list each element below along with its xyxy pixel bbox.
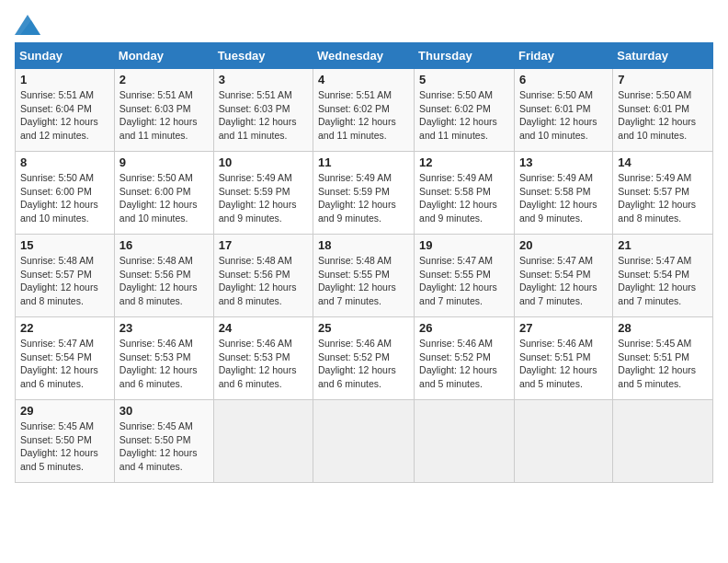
day-number: 21: [618, 238, 708, 252]
calendar-cell: 1Sunrise: 5:51 AMSunset: 6:04 PMDaylight…: [16, 69, 115, 152]
day-info: Sunrise: 5:46 AMSunset: 5:52 PMDaylight:…: [419, 338, 497, 389]
day-info: Sunrise: 5:48 AMSunset: 5:56 PMDaylight:…: [219, 255, 297, 306]
calendar-cell: 29Sunrise: 5:45 AMSunset: 5:50 PMDayligh…: [16, 400, 115, 483]
column-header-sunday: Sunday: [16, 43, 115, 69]
calendar-cell: [213, 400, 313, 483]
day-number: 1: [20, 73, 109, 86]
day-info: Sunrise: 5:51 AMSunset: 6:02 PMDaylight:…: [318, 89, 396, 141]
day-info: Sunrise: 5:50 AMSunset: 6:02 PMDaylight:…: [419, 89, 497, 141]
column-header-saturday: Saturday: [613, 43, 713, 69]
day-number: 6: [519, 73, 608, 86]
day-info: Sunrise: 5:47 AMSunset: 5:55 PMDaylight:…: [419, 255, 497, 306]
day-number: 29: [20, 404, 109, 418]
day-number: 5: [419, 73, 509, 86]
day-info: Sunrise: 5:51 AMSunset: 6:03 PMDaylight:…: [119, 89, 198, 141]
calendar-cell: 4Sunrise: 5:51 AMSunset: 6:02 PMDaylight…: [313, 69, 415, 152]
calendar-cell: 30Sunrise: 5:45 AMSunset: 5:50 PMDayligh…: [114, 400, 213, 483]
day-number: 13: [519, 155, 608, 169]
day-info: Sunrise: 5:46 AMSunset: 5:51 PMDaylight:…: [519, 338, 597, 389]
day-number: 26: [419, 321, 509, 335]
day-info: Sunrise: 5:49 AMSunset: 5:58 PMDaylight:…: [519, 172, 597, 224]
calendar-table: SundayMondayTuesdayWednesdayThursdayFrid…: [15, 42, 713, 483]
day-info: Sunrise: 5:47 AMSunset: 5:54 PMDaylight:…: [20, 338, 98, 389]
calendar-cell: 2Sunrise: 5:51 AMSunset: 6:03 PMDaylight…: [114, 69, 213, 152]
day-number: 23: [119, 321, 209, 335]
day-number: 22: [20, 321, 109, 335]
calendar-cell: 28Sunrise: 5:45 AMSunset: 5:51 PMDayligh…: [613, 317, 713, 400]
calendar-cell: [415, 400, 515, 483]
day-number: 14: [618, 155, 708, 169]
day-number: 27: [519, 321, 608, 335]
column-header-wednesday: Wednesday: [313, 43, 415, 69]
day-info: Sunrise: 5:51 AMSunset: 6:04 PMDaylight:…: [20, 89, 98, 141]
calendar-cell: 14Sunrise: 5:49 AMSunset: 5:57 PMDayligh…: [613, 152, 713, 235]
day-info: Sunrise: 5:47 AMSunset: 5:54 PMDaylight:…: [519, 255, 597, 306]
calendar-cell: [313, 400, 415, 483]
calendar-cell: 9Sunrise: 5:50 AMSunset: 6:00 PMDaylight…: [114, 152, 213, 235]
day-info: Sunrise: 5:46 AMSunset: 5:52 PMDaylight:…: [318, 338, 396, 389]
column-header-monday: Monday: [114, 43, 213, 69]
calendar-cell: 13Sunrise: 5:49 AMSunset: 5:58 PMDayligh…: [514, 152, 612, 235]
day-number: 10: [219, 155, 308, 169]
day-number: 18: [318, 238, 409, 252]
day-number: 9: [119, 155, 209, 169]
day-number: 28: [618, 321, 708, 335]
day-info: Sunrise: 5:46 AMSunset: 5:53 PMDaylight:…: [219, 338, 297, 389]
day-number: 8: [20, 155, 109, 169]
day-number: 25: [318, 321, 409, 335]
day-info: Sunrise: 5:48 AMSunset: 5:56 PMDaylight:…: [119, 255, 198, 306]
day-number: 4: [318, 73, 409, 86]
page-header: [15, 15, 713, 35]
calendar-cell: 25Sunrise: 5:46 AMSunset: 5:52 PMDayligh…: [313, 317, 415, 400]
column-header-tuesday: Tuesday: [213, 43, 313, 69]
calendar-week-row: 15Sunrise: 5:48 AMSunset: 5:57 PMDayligh…: [16, 235, 713, 317]
logo: [15, 15, 44, 35]
calendar-cell: 27Sunrise: 5:46 AMSunset: 5:51 PMDayligh…: [514, 317, 612, 400]
day-info: Sunrise: 5:45 AMSunset: 5:51 PMDaylight:…: [618, 338, 696, 389]
day-info: Sunrise: 5:48 AMSunset: 5:57 PMDaylight:…: [20, 255, 98, 306]
day-info: Sunrise: 5:47 AMSunset: 5:54 PMDaylight:…: [618, 255, 696, 306]
calendar-cell: 24Sunrise: 5:46 AMSunset: 5:53 PMDayligh…: [213, 317, 313, 400]
day-info: Sunrise: 5:50 AMSunset: 6:00 PMDaylight:…: [20, 172, 98, 224]
calendar-cell: 20Sunrise: 5:47 AMSunset: 5:54 PMDayligh…: [514, 235, 612, 317]
calendar-cell: 12Sunrise: 5:49 AMSunset: 5:58 PMDayligh…: [415, 152, 515, 235]
day-info: Sunrise: 5:45 AMSunset: 5:50 PMDaylight:…: [20, 420, 98, 472]
calendar-week-row: 8Sunrise: 5:50 AMSunset: 6:00 PMDaylight…: [16, 152, 713, 235]
day-number: 19: [419, 238, 509, 252]
calendar-cell: 3Sunrise: 5:51 AMSunset: 6:03 PMDaylight…: [213, 69, 313, 152]
calendar-cell: 5Sunrise: 5:50 AMSunset: 6:02 PMDaylight…: [415, 69, 515, 152]
calendar-cell: 6Sunrise: 5:50 AMSunset: 6:01 PMDaylight…: [514, 69, 612, 152]
day-info: Sunrise: 5:46 AMSunset: 5:53 PMDaylight:…: [119, 338, 198, 389]
calendar-week-row: 22Sunrise: 5:47 AMSunset: 5:54 PMDayligh…: [16, 317, 713, 400]
calendar-cell: 17Sunrise: 5:48 AMSunset: 5:56 PMDayligh…: [213, 235, 313, 317]
day-info: Sunrise: 5:48 AMSunset: 5:55 PMDaylight:…: [318, 255, 396, 306]
day-info: Sunrise: 5:49 AMSunset: 5:58 PMDaylight:…: [419, 172, 497, 224]
calendar-week-row: 29Sunrise: 5:45 AMSunset: 5:50 PMDayligh…: [16, 400, 713, 483]
day-number: 12: [419, 155, 509, 169]
day-number: 20: [519, 238, 608, 252]
day-info: Sunrise: 5:50 AMSunset: 6:01 PMDaylight:…: [618, 89, 696, 141]
calendar-header-row: SundayMondayTuesdayWednesdayThursdayFrid…: [16, 43, 713, 69]
column-header-thursday: Thursday: [415, 43, 515, 69]
day-info: Sunrise: 5:51 AMSunset: 6:03 PMDaylight:…: [219, 89, 297, 141]
calendar-cell: 21Sunrise: 5:47 AMSunset: 5:54 PMDayligh…: [613, 235, 713, 317]
calendar-cell: 7Sunrise: 5:50 AMSunset: 6:01 PMDaylight…: [613, 69, 713, 152]
day-info: Sunrise: 5:49 AMSunset: 5:59 PMDaylight:…: [318, 172, 396, 224]
calendar-cell: 19Sunrise: 5:47 AMSunset: 5:55 PMDayligh…: [415, 235, 515, 317]
calendar-cell: 15Sunrise: 5:48 AMSunset: 5:57 PMDayligh…: [16, 235, 115, 317]
day-info: Sunrise: 5:49 AMSunset: 5:57 PMDaylight:…: [618, 172, 696, 224]
day-number: 2: [119, 73, 209, 86]
calendar-cell: 18Sunrise: 5:48 AMSunset: 5:55 PMDayligh…: [313, 235, 415, 317]
calendar-cell: 26Sunrise: 5:46 AMSunset: 5:52 PMDayligh…: [415, 317, 515, 400]
day-info: Sunrise: 5:50 AMSunset: 6:00 PMDaylight:…: [119, 172, 198, 224]
calendar-cell: 11Sunrise: 5:49 AMSunset: 5:59 PMDayligh…: [313, 152, 415, 235]
day-info: Sunrise: 5:45 AMSunset: 5:50 PMDaylight:…: [119, 420, 198, 472]
day-number: 17: [219, 238, 308, 252]
day-number: 11: [318, 155, 409, 169]
day-info: Sunrise: 5:49 AMSunset: 5:59 PMDaylight:…: [219, 172, 297, 224]
day-number: 7: [618, 73, 708, 86]
column-header-friday: Friday: [514, 43, 612, 69]
calendar-cell: 16Sunrise: 5:48 AMSunset: 5:56 PMDayligh…: [114, 235, 213, 317]
calendar-cell: [613, 400, 713, 483]
calendar-cell: 10Sunrise: 5:49 AMSunset: 5:59 PMDayligh…: [213, 152, 313, 235]
